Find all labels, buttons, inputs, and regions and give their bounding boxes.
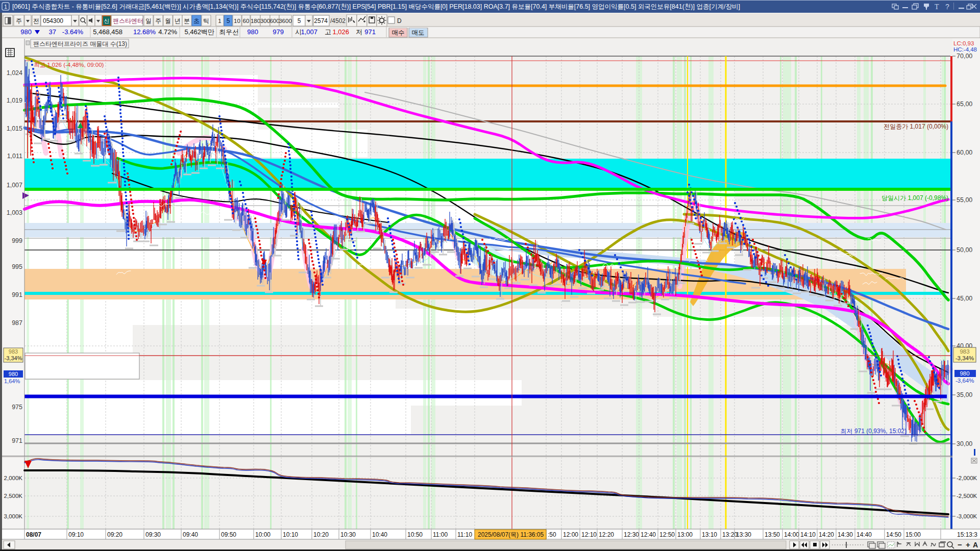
svg-text:09:10: 09:10 [68, 531, 84, 538]
svg-text:3,000K: 3,000K [4, 513, 23, 519]
svg-text:12:20: 12:20 [599, 531, 614, 538]
svg-text:팬스타엔터프라이즈 매물대 수(13): 팬스타엔터프라이즈 매물대 수(13) [33, 40, 127, 47]
svg-text:08/07: 08/07 [26, 531, 41, 538]
svg-text:45,00: 45,00 [957, 295, 972, 302]
svg-text:14:20: 14:20 [819, 531, 834, 538]
svg-text:11:00: 11:00 [433, 531, 448, 538]
svg-text:일: 일 [145, 17, 152, 24]
svg-text:10:40: 10:40 [372, 531, 387, 538]
svg-text:1,024: 1,024 [7, 69, 22, 77]
svg-text:60,00: 60,00 [957, 149, 972, 156]
svg-text:13:30: 13:30 [736, 531, 751, 538]
svg-text:1,011: 1,011 [7, 153, 22, 160]
svg-text:10:10: 10:10 [283, 531, 298, 538]
svg-text:+: + [966, 540, 970, 549]
svg-text:14:10: 14:10 [800, 531, 816, 538]
svg-text:1,015: 1,015 [7, 125, 22, 132]
svg-text:14:30: 14:30 [838, 531, 853, 538]
svg-text:최고 1,026 (-4,48%, 09:00): 최고 1,026 (-4,48%, 09:00) [34, 62, 104, 68]
svg-text:180: 180 [251, 18, 260, 24]
svg-text:12:30: 12:30 [624, 531, 639, 538]
svg-text:13:20: 13:20 [722, 531, 738, 538]
svg-text:-3.64%: -3.64% [62, 28, 84, 36]
svg-text:1: 1 [218, 18, 221, 24]
svg-text:980: 980 [9, 371, 18, 377]
svg-text:987: 987 [12, 319, 22, 327]
svg-text:980: 980 [960, 370, 969, 377]
svg-text:매도: 매도 [412, 29, 425, 36]
svg-text:09:40: 09:40 [183, 531, 198, 538]
svg-text:?: ? [945, 3, 949, 11]
svg-text:980: 980 [20, 28, 32, 36]
svg-text:-2,500K: -2,500K [957, 493, 977, 499]
svg-text:15:00: 15:00 [905, 531, 921, 538]
svg-text:매수: 매수 [392, 29, 405, 36]
svg-text:주: 주 [155, 17, 161, 24]
svg-text:12.68%: 12.68% [133, 28, 156, 36]
svg-text:65,00: 65,00 [957, 101, 972, 108]
svg-text:995: 995 [12, 263, 22, 270]
svg-text:5: 5 [227, 17, 230, 24]
svg-text:팬스타엔터: 팬스타엔터 [113, 17, 143, 24]
svg-text:2025/08/07(목) 11:36:05: 2025/08/07(목) 11:36:05 [478, 531, 544, 538]
svg-text:09:50: 09:50 [221, 531, 236, 538]
svg-text:983: 983 [960, 348, 969, 355]
svg-text:4.72%: 4.72% [158, 28, 177, 36]
svg-text:991: 991 [12, 291, 22, 298]
svg-text:년: 년 [175, 17, 181, 24]
svg-text:신: 신 [104, 18, 110, 24]
svg-text:15:13:3: 15:13:3 [957, 531, 977, 538]
svg-text:14:50: 14:50 [886, 531, 901, 538]
svg-text:5,462백만: 5,462백만 [184, 28, 214, 36]
svg-text:1,019: 1,019 [7, 97, 22, 104]
svg-text:2,500K: 2,500K [4, 493, 23, 499]
svg-text:971: 971 [12, 437, 22, 444]
svg-text:13:10: 13:10 [702, 531, 717, 538]
svg-text:/4502: /4502 [330, 17, 346, 24]
svg-text:14:00: 14:00 [784, 531, 799, 538]
svg-text:-3,34%: -3,34% [955, 355, 974, 361]
svg-text:D: D [397, 17, 402, 24]
svg-text:300: 300 [260, 18, 270, 24]
svg-text:−: − [958, 540, 962, 549]
svg-text:고: 고 [325, 28, 331, 36]
svg-text:1,026: 1,026 [332, 28, 349, 36]
svg-text:1,007: 1,007 [7, 182, 22, 189]
svg-text:50,00: 50,00 [957, 246, 972, 254]
svg-text:A: A [973, 541, 978, 549]
svg-text:30,00: 30,00 [957, 440, 972, 447]
svg-text:T: T [935, 3, 939, 11]
svg-text:1: 1 [4, 4, 7, 10]
svg-text:975: 975 [12, 404, 22, 411]
svg-text:600: 600 [270, 18, 279, 24]
svg-text:전일종가 1,017 (0,00%): 전일종가 1,017 (0,00%) [884, 123, 948, 130]
svg-text::50: :50 [548, 531, 556, 538]
svg-text:1,64%: 1,64% [4, 378, 20, 384]
svg-text:초: 초 [193, 17, 200, 24]
svg-text:3600: 3600 [279, 18, 292, 24]
svg-text:12:00: 12:00 [563, 531, 578, 538]
svg-text:13:50: 13:50 [765, 531, 780, 538]
svg-text:12:50: 12:50 [659, 531, 675, 538]
svg-text:저: 저 [356, 28, 362, 36]
svg-text:HC:-4,48: HC:-4,48 [953, 46, 977, 53]
svg-text:2,000K: 2,000K [4, 475, 23, 481]
svg-text:14:40: 14:40 [856, 531, 872, 538]
svg-text:979: 979 [273, 28, 284, 36]
svg-text:70,00: 70,00 [957, 53, 972, 60]
svg-text:999: 999 [12, 237, 22, 244]
svg-text:12:10: 12:10 [581, 531, 597, 538]
svg-text:37: 37 [49, 28, 56, 36]
svg-text:-2,000K: -2,000K [957, 475, 977, 481]
svg-text:10:50: 10:50 [407, 531, 423, 538]
svg-text:10:30: 10:30 [340, 531, 356, 538]
svg-text:전: 전 [33, 17, 39, 24]
svg-text:분: 분 [184, 17, 190, 24]
svg-text:1,003: 1,003 [7, 209, 22, 216]
svg-text:[0601] 주식종합차트 - 유통비율[52.6]: [0601] 주식종합차트 - 유통비율[52.6] 거래대금[5,461(백만… [12, 3, 740, 10]
svg-text:10:00: 10:00 [255, 531, 271, 538]
svg-text:틱: 틱 [203, 17, 209, 24]
svg-text:당일시가 1,007 (-0,98%): 당일시가 1,007 (-0,98%) [881, 194, 948, 202]
svg-text:2574: 2574 [314, 17, 328, 24]
svg-text:971: 971 [364, 28, 376, 36]
